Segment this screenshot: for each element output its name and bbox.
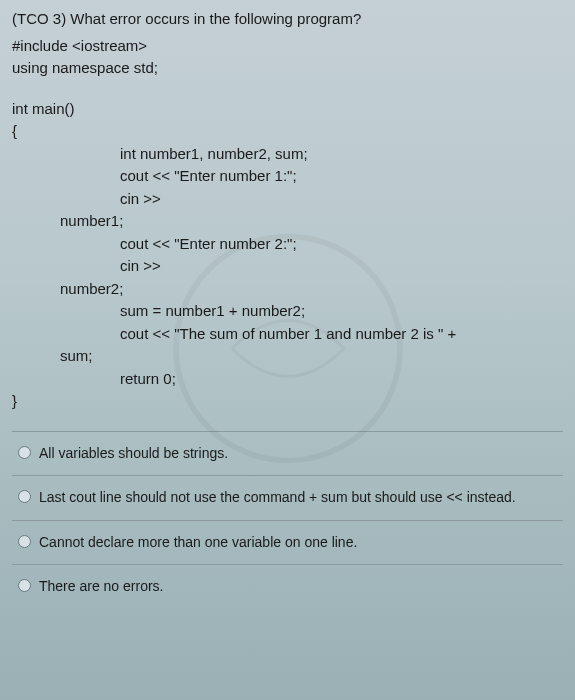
code-line: using namespace std;: [12, 57, 563, 80]
option-row[interactable]: Cannot declare more than one variable on…: [12, 520, 563, 565]
code-blank-line: [12, 80, 563, 98]
radio-button[interactable]: [18, 446, 31, 459]
code-line: sum = number1 + number2;: [12, 300, 563, 323]
code-line: cout << "Enter number 2:";: [12, 233, 563, 256]
code-line: int main(): [12, 98, 563, 121]
code-line: #include <iostream>: [12, 35, 563, 58]
option-text: Last cout line should not use the comman…: [39, 488, 516, 508]
option-text: Cannot declare more than one variable on…: [39, 533, 357, 553]
code-line: cin >>: [12, 255, 563, 278]
option-row[interactable]: There are no errors.: [12, 564, 563, 601]
radio-button[interactable]: [18, 579, 31, 592]
question-container: (TCO 3) What error occurs in the followi…: [12, 8, 563, 601]
code-line: number2;: [12, 278, 563, 301]
radio-button[interactable]: [18, 490, 31, 503]
code-line: int number1, number2, sum;: [12, 143, 563, 166]
code-line: {: [12, 120, 563, 143]
code-line: return 0;: [12, 368, 563, 391]
code-line: cout << "The sum of number 1 and number …: [12, 323, 563, 346]
code-line: }: [12, 390, 563, 413]
code-line: cin >>: [12, 188, 563, 211]
radio-button[interactable]: [18, 535, 31, 548]
option-row[interactable]: All variables should be strings.: [12, 431, 563, 476]
code-line: number1;: [12, 210, 563, 233]
question-header: (TCO 3) What error occurs in the followi…: [12, 8, 563, 31]
option-text: There are no errors.: [39, 577, 164, 597]
code-block: #include <iostream>using namespace std;i…: [12, 35, 563, 413]
code-line: sum;: [12, 345, 563, 368]
option-row[interactable]: Last cout line should not use the comman…: [12, 475, 563, 520]
option-text: All variables should be strings.: [39, 444, 228, 464]
options-container: All variables should be strings.Last cou…: [12, 431, 563, 601]
code-line: cout << "Enter number 1:";: [12, 165, 563, 188]
